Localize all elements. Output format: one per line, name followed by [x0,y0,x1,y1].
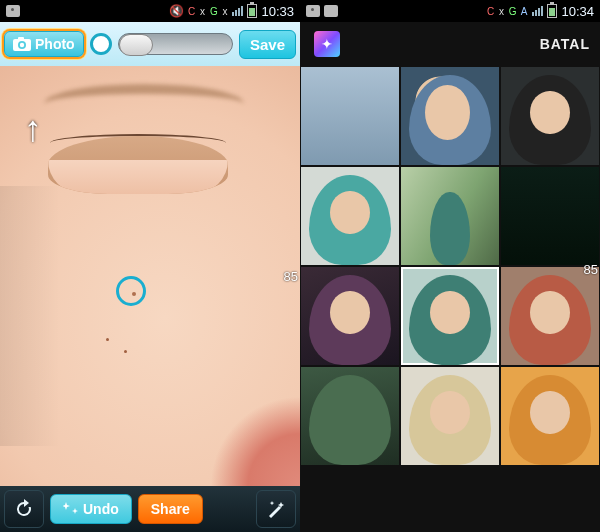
gallery-toolbar: ✦ BATAL [300,22,600,66]
brush-size-thumb[interactable] [90,33,112,55]
gallery-thumb[interactable] [501,267,599,365]
top-toolbar: Photo Save [0,22,300,66]
tutorial-arrow-icon: ↑ [24,108,42,150]
app-icon[interactable]: ✦ [314,31,340,57]
battery-icon [547,4,557,18]
sparkle-icon [63,502,79,516]
status-bar: C x G x 10:33 [0,0,300,22]
carrier-indicator: C x G A [487,6,528,17]
clock: 10:34 [561,4,594,19]
photo-button[interactable]: Photo [4,31,84,57]
bbm-icon [6,5,20,17]
clock: 10:33 [261,4,294,19]
rotate-icon [13,498,35,520]
mute-icon [169,4,184,18]
wand-icon [265,498,287,520]
gallery-thumb[interactable] [301,267,399,365]
bbm-icon [306,5,320,17]
undo-button[interactable]: Undo [50,494,132,524]
gallery-thumb-selected[interactable] [401,267,499,365]
signal-icon [532,6,543,16]
photo-preview [0,66,300,486]
gallery-thumb[interactable] [301,367,399,465]
gallery-thumb[interactable] [501,367,599,465]
status-bar: C x G A 10:34 [300,0,600,22]
page-indicator: 85 [284,269,298,284]
undo-button-label: Undo [83,501,119,517]
gallery-thumb[interactable] [501,167,599,265]
svg-point-3 [20,43,24,47]
gallery-thumb[interactable] [401,367,499,465]
camera-icon [13,37,31,51]
battery-icon [247,4,257,18]
photo-button-label: Photo [35,36,75,52]
save-button[interactable]: Save [239,30,296,59]
heal-target-ring[interactable] [116,276,146,306]
edit-canvas[interactable]: ↑ 85 [0,66,300,486]
cancel-button[interactable]: BATAL [540,36,590,52]
gallery-thumb[interactable] [301,67,399,165]
carrier-indicator: C x G x [188,6,228,17]
svg-rect-1 [18,37,24,40]
right-screen: C x G A 10:34 ✦ BATAL 85 [300,0,600,532]
gallery-thumb[interactable] [401,67,499,165]
magic-button[interactable] [256,490,296,528]
chat-icon [324,5,338,17]
gallery-thumb[interactable] [401,167,499,265]
gallery-thumb[interactable] [501,67,599,165]
page-indicator: 85 [584,262,598,277]
left-screen: C x G x 10:33 Photo Save [0,0,300,532]
bottom-toolbar: Undo Share [0,486,300,532]
brush-size-slider[interactable] [118,33,233,55]
signal-icon [232,6,243,16]
rotate-button[interactable] [4,490,44,528]
gallery: 85 [300,66,600,532]
share-button[interactable]: Share [138,494,203,524]
gallery-thumb[interactable] [301,167,399,265]
